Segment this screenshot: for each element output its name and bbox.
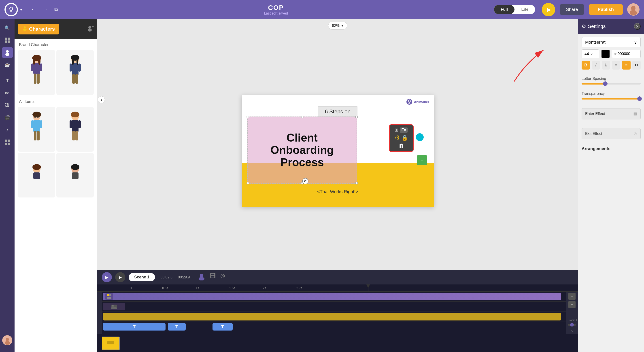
ruler-mark-15s: 1.5s <box>229 286 263 290</box>
preview-play-button[interactable]: ▶ <box>542 3 555 16</box>
track-bar-text2[interactable]: T <box>168 323 186 330</box>
time-total: 00:29.9 <box>178 275 190 279</box>
svg-rect-3 <box>10 10 12 12</box>
color-picker[interactable] <box>602 50 610 58</box>
main-layout: 🔍 ☕ T BG 🖼 🎬 ♪ <box>0 19 644 352</box>
track-bar-main[interactable] <box>103 293 561 300</box>
copy-button[interactable]: ⧉ <box>52 6 60 14</box>
transparency-section: Transparency <box>578 88 644 103</box>
timeline-icons: 🎞 ◎ <box>198 272 225 282</box>
canvas-toolbar: 92% ▾ <box>97 19 578 32</box>
publish-button[interactable]: Publish <box>589 4 623 15</box>
arrangements-section: Arrangements <box>578 143 644 154</box>
sidebar-item-scenes[interactable] <box>2 35 13 46</box>
panel-collapse-button[interactable]: ‹ <box>98 96 105 103</box>
trash-icon[interactable]: 🗑 <box>398 143 404 149</box>
svg-rect-38 <box>72 74 75 84</box>
canvas-slide: Animaker 6 Steps on <box>242 95 434 207</box>
italic-button[interactable]: I <box>592 60 600 70</box>
teal-circle-element[interactable] <box>416 133 424 141</box>
underline-button[interactable]: U <box>602 60 610 70</box>
svg-rect-69 <box>408 103 410 104</box>
zoom-minus-label[interactable]: − <box>566 318 568 322</box>
sidebar-item-props[interactable]: ☕ <box>2 59 13 70</box>
bold-button[interactable]: B <box>582 60 590 70</box>
svg-rect-57 <box>76 131 78 140</box>
add-character-button[interactable]: + <box>87 25 94 33</box>
thumbnail-item[interactable] <box>102 336 120 350</box>
character-item[interactable] <box>18 50 55 95</box>
fx-label[interactable]: Fx <box>400 128 408 132</box>
font-selector[interactable]: Montserrat ∨ <box>582 37 641 47</box>
zoom-slider-track[interactable] <box>568 324 576 326</box>
sidebar-item-more[interactable] <box>2 137 13 148</box>
track-bar-text3[interactable]: T <box>212 323 233 330</box>
app-logo[interactable] <box>4 3 18 16</box>
track-bar-yellow[interactable] <box>103 313 561 320</box>
timeline-play2-button[interactable]: ▶ <box>115 272 125 282</box>
exit-effect-button[interactable]: Exit Effect ⊘ <box>582 128 641 139</box>
sidebar-user-avatar[interactable] <box>2 335 12 345</box>
slide-title-bar[interactable]: 6 Steps on <box>318 106 358 117</box>
sidebar-item-background[interactable]: BG <box>2 88 13 98</box>
redo-button[interactable]: → <box>40 6 50 14</box>
undo-button[interactable]: ← <box>29 6 38 14</box>
timeline-remove-button[interactable]: − <box>568 301 576 308</box>
svg-rect-75 <box>110 297 112 299</box>
sidebar-item-images[interactable]: 🖼 <box>2 100 13 111</box>
mode-full-button[interactable]: Full <box>494 5 514 14</box>
align-center-button[interactable]: ≡ <box>622 60 630 70</box>
letter-spacing-thumb[interactable] <box>603 82 608 86</box>
track-bar-text1[interactable]: T <box>103 323 166 330</box>
character-item[interactable] <box>56 153 94 198</box>
font-size-row: 44 ∨ # 000000 <box>582 50 641 58</box>
character-item[interactable] <box>56 107 94 152</box>
logo-dropdown[interactable]: ▾ <box>20 7 22 12</box>
characters-tab[interactable]: Characters <box>18 24 59 34</box>
focus-icon[interactable]: ◎ <box>220 272 225 282</box>
sidebar-item-video[interactable]: 🎬 <box>2 112 13 123</box>
transparency-slider[interactable] <box>582 98 641 100</box>
align-left-button[interactable]: ≡ <box>612 60 620 70</box>
svg-point-2 <box>10 8 12 10</box>
sidebar-item-characters[interactable] <box>2 47 13 58</box>
enter-effect-button[interactable]: Enter Effect ⊠ <box>582 108 641 120</box>
context-menu: ⊞ Fx ⚙ 🔒 🗑 <box>389 124 414 152</box>
film-strip-icon[interactable]: 🎞 <box>210 272 216 282</box>
svg-rect-26 <box>33 63 40 74</box>
scene-name-tag[interactable]: Scene 1 <box>128 273 155 281</box>
avatar-icon <box>198 272 206 282</box>
zoom-slider-thumb[interactable] <box>570 323 574 326</box>
hex-value: 000000 <box>618 52 630 56</box>
brand-character-title: Brand Character <box>14 39 97 49</box>
hex-color-input[interactable]: # 000000 <box>612 50 641 58</box>
text-selection-box[interactable]: ClientOnboardingProcess <box>248 116 357 184</box>
character-item[interactable] <box>18 107 55 152</box>
zoom-plus-label[interactable]: + <box>576 318 578 322</box>
sidebar-item-music[interactable]: ♪ <box>2 124 13 136</box>
characters-header: Characters + <box>14 19 97 39</box>
rotate-handle[interactable]: ↺ <box>302 178 308 184</box>
timeline-play-button[interactable]: ▶ <box>102 272 112 282</box>
user-avatar[interactable] <box>627 3 640 16</box>
transparency-thumb[interactable] <box>637 96 642 101</box>
sidebar-item-text[interactable]: T <box>2 75 13 86</box>
slide-subtitle[interactable]: <That Works Right!> <box>317 189 358 194</box>
text-transform-button[interactable]: TT <box>632 60 641 70</box>
zoom-indicator[interactable]: 92% ▾ <box>328 22 347 30</box>
green-box-element[interactable]: + <box>417 155 427 165</box>
settings-close-button[interactable]: × <box>634 23 641 30</box>
timeline-needle <box>368 284 368 292</box>
collapse-right-icon[interactable]: ‹ <box>571 328 573 333</box>
font-size-selector[interactable]: 44 ∨ <box>582 50 599 58</box>
sidebar-item-search[interactable]: 🔍 <box>2 22 13 34</box>
gear-icon[interactable]: ⚙ <box>394 134 400 141</box>
lock-icon[interactable]: 🔒 <box>401 135 408 141</box>
character-item[interactable] <box>18 153 55 198</box>
track-bar-image[interactable] <box>103 303 125 310</box>
character-item[interactable] <box>56 50 94 95</box>
share-button[interactable]: Share <box>560 4 584 15</box>
mode-lite-button[interactable]: Lite <box>514 5 535 14</box>
timeline-add-button[interactable]: + <box>568 293 576 300</box>
letter-spacing-slider[interactable] <box>582 83 641 84</box>
